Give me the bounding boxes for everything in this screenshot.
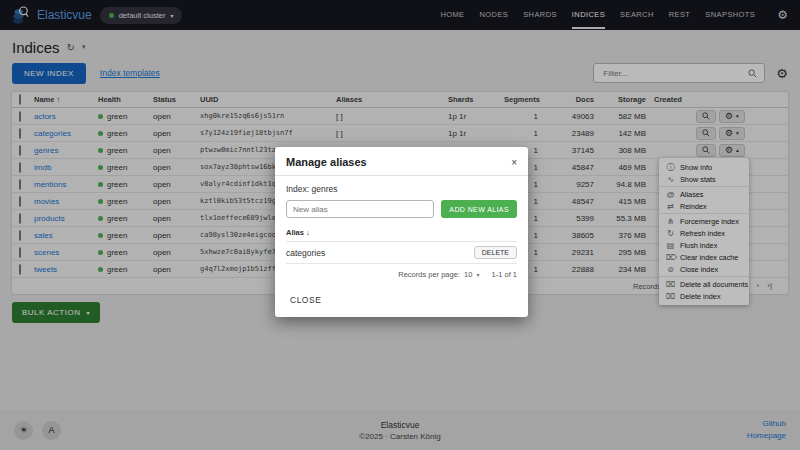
alias-column-header[interactable]: Alias ↓: [286, 225, 517, 242]
modal-body: Index: genres ADD NEW ALIAS Alias ↓ cate…: [275, 176, 528, 281]
modal-records-label: Records per page:: [398, 270, 460, 279]
alias-list: categories DELETE: [286, 242, 517, 264]
chevron-down-icon[interactable]: ▾: [476, 272, 479, 278]
modal-title: Manage aliases: [286, 156, 367, 168]
modal-header: Manage aliases ×: [275, 147, 528, 176]
modal-footer: CLOSE: [275, 281, 528, 317]
records-per-page-select[interactable]: 10: [464, 270, 472, 279]
new-alias-row: ADD NEW ALIAS: [286, 200, 517, 218]
elasticvue-app: Elasticvue default cluster ▾ HOMENODESSH…: [0, 0, 800, 450]
new-alias-input[interactable]: [286, 200, 434, 218]
modal-pagination: Records per page: 10 ▾ 1-1 of 1: [286, 264, 517, 281]
add-new-alias-button[interactable]: ADD NEW ALIAS: [441, 200, 517, 218]
alias-name: categories: [286, 248, 325, 258]
manage-aliases-modal: Manage aliases × Index: genres ADD NEW A…: [275, 147, 528, 317]
alias-row: categories DELETE: [286, 242, 517, 264]
modal-close-button[interactable]: CLOSE: [286, 293, 325, 307]
close-icon[interactable]: ×: [511, 157, 517, 168]
sort-desc-icon: ↓: [306, 228, 310, 237]
delete-alias-button[interactable]: DELETE: [474, 246, 517, 259]
modal-index-label: Index: genres: [286, 184, 517, 194]
modal-range-label: 1-1 of 1: [492, 270, 517, 279]
